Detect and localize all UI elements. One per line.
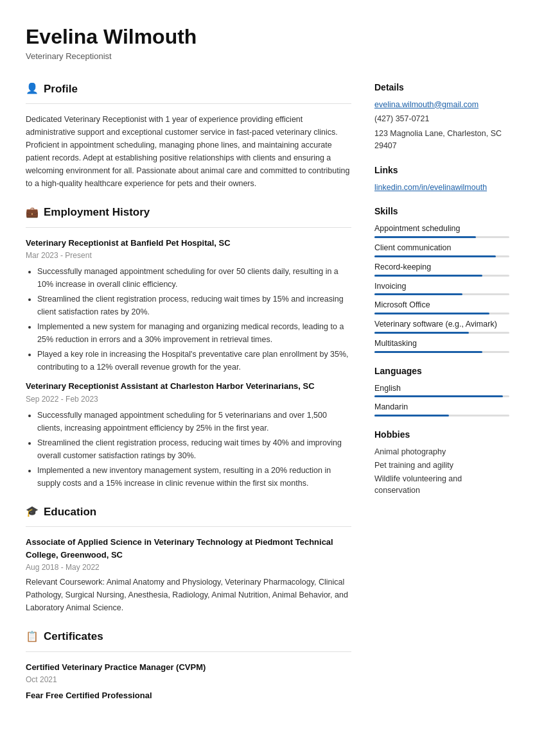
certificates-title-label: Certificates	[44, 628, 103, 645]
skill-bar-fill-5	[374, 332, 469, 334]
skill-label-1: Client communication	[374, 242, 509, 254]
employment-divider	[26, 227, 351, 228]
skill-bar-bg-5	[374, 332, 509, 334]
education-title-label: Education	[44, 504, 96, 520]
hobbies-section-title: Hobbies	[374, 428, 509, 442]
phone-text: (427) 357-0721	[374, 113, 509, 125]
languages-container: EnglishMandarin	[374, 382, 509, 417]
job-title-2: Veterinary Receptionist Assistant at Cha…	[26, 380, 351, 393]
job-date-1: Mar 2023 - Present	[26, 250, 351, 261]
job-bullet-2-2: Streamlined the client registration proc…	[37, 436, 351, 462]
skills-section-title: Skills	[374, 205, 509, 218]
skill-bar-fill-4	[374, 313, 489, 314]
linkedin-link[interactable]: linkedin.com/in/evelinawilmouth	[374, 182, 509, 194]
profile-section: 👤 Profile Dedicated Veterinary Reception…	[26, 81, 351, 191]
job-bullet-1-2: Streamlined the client registration proc…	[37, 293, 351, 318]
certificates-divider	[26, 651, 351, 652]
profile-section-title: 👤 Profile	[26, 81, 351, 98]
job-bullet-1-4: Played a key role in increasing the Hosp…	[37, 348, 351, 374]
skill-bar-bg-3	[374, 293, 509, 295]
right-column: Details evelina.wilmouth@gmail.com (427)…	[374, 81, 509, 716]
lang-bar-bg-0	[374, 395, 509, 397]
candidate-name: Evelina Wilmouth	[26, 26, 509, 48]
skill-bar-bg-6	[374, 351, 509, 353]
candidate-title: Veterinary Receptionist	[26, 50, 509, 63]
edu-date-1: Aug 2018 - May 2022	[26, 562, 351, 573]
skill-bar-bg-0	[374, 236, 509, 238]
job-bullet-2-1: Successfully managed appointment schedul…	[37, 409, 351, 434]
skill-bar-fill-3	[374, 293, 462, 295]
lang-label-1: Mandarin	[374, 401, 509, 413]
job-bullets-1: Successfully managed appointment schedul…	[26, 265, 351, 374]
certificates-section-title: 📋 Certificates	[26, 628, 351, 645]
skill-label-4: Microsoft Office	[374, 299, 509, 311]
details-section: Details evelina.wilmouth@gmail.com (427)…	[374, 81, 509, 152]
left-column: 👤 Profile Dedicated Veterinary Reception…	[26, 81, 351, 716]
address-text: 123 Magnolia Lane, Charleston, SC 29407	[374, 128, 509, 152]
hobbies-container: Animal photographyPet training and agili…	[374, 446, 509, 497]
job-entry-2: Veterinary Receptionist Assistant at Cha…	[26, 380, 351, 490]
hobby-item-0: Animal photography	[374, 446, 509, 458]
links-section-title: Links	[374, 164, 509, 177]
lang-bar-fill-0	[374, 395, 503, 397]
job-bullets-2: Successfully managed appointment schedul…	[26, 409, 351, 490]
profile-icon: 👤	[26, 81, 39, 96]
lang-label-0: English	[374, 382, 509, 395]
skill-bar-fill-1	[374, 255, 496, 257]
skill-label-5: Veterinary software (e.g., Avimark)	[374, 318, 509, 331]
languages-section-title: Languages	[374, 365, 509, 378]
hobby-item-1: Pet training and agility	[374, 460, 509, 472]
employment-icon: 💼	[26, 205, 39, 220]
hobby-item-2: Wildlife volunteering and conservation	[374, 473, 509, 497]
details-section-title: Details	[374, 81, 509, 94]
links-section: Links linkedin.com/in/evelinawilmouth	[374, 164, 509, 194]
header: Evelina Wilmouth Veterinary Receptionist	[26, 26, 509, 63]
skills-section: Skills Appointment schedulingClient comm…	[374, 205, 509, 352]
resume-page: Evelina Wilmouth Veterinary Receptionist…	[0, 0, 535, 756]
skill-bar-fill-0	[374, 236, 476, 238]
certificates-section: 📋 Certificates Certified Veterinary Prac…	[26, 628, 351, 702]
email-link[interactable]: evelina.wilmouth@gmail.com	[374, 99, 509, 111]
cert-date-1: Oct 2021	[26, 674, 351, 685]
edu-entry-1: Associate of Applied Science in Veterina…	[26, 536, 351, 614]
hobbies-section: Hobbies Animal photographyPet training a…	[374, 428, 509, 497]
education-icon: 🎓	[26, 504, 39, 519]
job-entry-1: Veterinary Receptionist at Banfield Pet …	[26, 237, 351, 374]
job-bullet-1-3: Implemented a new system for managing an…	[37, 320, 351, 346]
certificates-icon: 📋	[26, 629, 39, 644]
education-section-title: 🎓 Education	[26, 504, 351, 520]
lang-bar-bg-1	[374, 415, 509, 417]
job-title-1: Veterinary Receptionist at Banfield Pet …	[26, 237, 351, 250]
edu-text-1: Relevant Coursework: Animal Anatomy and …	[26, 576, 351, 614]
skill-bar-bg-2	[374, 275, 509, 277]
employment-title-label: Employment History	[44, 204, 150, 221]
cert-title-2: Fear Free Certified Professional	[26, 689, 351, 702]
skill-bar-bg-4	[374, 313, 509, 314]
languages-section: Languages EnglishMandarin	[374, 365, 509, 417]
cert-entry-1: Certified Veterinary Practice Manager (C…	[26, 661, 351, 686]
profile-title-label: Profile	[44, 81, 78, 98]
skill-bar-bg-1	[374, 255, 509, 257]
skills-container: Appointment schedulingClient communicati…	[374, 223, 509, 352]
profile-divider	[26, 103, 351, 104]
education-divider	[26, 526, 351, 527]
skill-label-3: Invoicing	[374, 280, 509, 293]
skill-bar-fill-6	[374, 351, 482, 353]
profile-text: Dedicated Veterinary Receptionist with 1…	[26, 113, 351, 190]
job-bullet-2-3: Implemented a new inventory management s…	[37, 464, 351, 490]
main-layout: 👤 Profile Dedicated Veterinary Reception…	[26, 81, 509, 716]
cert-title-1: Certified Veterinary Practice Manager (C…	[26, 661, 351, 674]
lang-bar-fill-1	[374, 415, 449, 417]
edu-title-1: Associate of Applied Science in Veterina…	[26, 536, 351, 561]
job-date-2: Sep 2022 - Feb 2023	[26, 393, 351, 405]
employment-section-title: 💼 Employment History	[26, 204, 351, 221]
education-section: 🎓 Education Associate of Applied Science…	[26, 504, 351, 615]
job-bullet-1-1: Successfully managed appointment schedul…	[37, 265, 351, 291]
skill-label-0: Appointment scheduling	[374, 223, 509, 235]
skill-label-2: Record-keeping	[374, 261, 509, 273]
cert-entry-2: Fear Free Certified Professional	[26, 689, 351, 702]
skill-bar-fill-2	[374, 275, 482, 277]
employment-section: 💼 Employment History Veterinary Receptio…	[26, 204, 351, 490]
skill-label-6: Multitasking	[374, 338, 509, 350]
